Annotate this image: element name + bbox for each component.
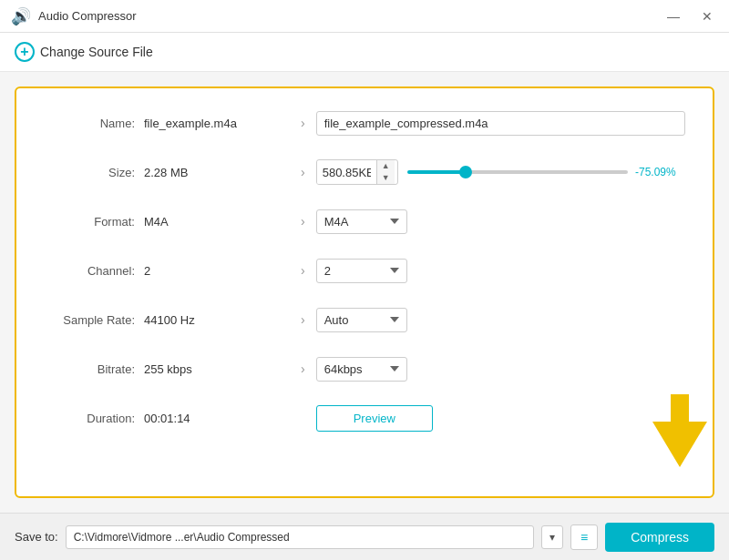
spinbox-down-arrow[interactable]: ▼ <box>377 172 395 184</box>
bitrate-arrow-icon: › <box>301 361 305 376</box>
name-arrow-icon: › <box>301 116 305 130</box>
preview-button[interactable]: Preview <box>316 405 433 432</box>
app-icon: 🔊 <box>11 6 31 26</box>
footer: Save to: ▾ ≡ Compress <box>0 513 729 560</box>
format-select[interactable]: M4A MP3 AAC WAV OGG <box>316 209 407 234</box>
bitrate-label: Bitrate: <box>44 362 144 376</box>
size-control-area: ▲ ▼ -75.09% <box>316 159 685 185</box>
duration-label: Duration: <box>44 412 144 425</box>
channel-select[interactable]: 2 1 <box>316 259 407 283</box>
sample-rate-select[interactable]: Auto 44100 Hz 22050 Hz 16000 Hz <box>316 308 407 332</box>
channel-control-area: 2 1 <box>316 259 685 283</box>
window-controls: — ✕ <box>662 7 718 25</box>
name-control-area <box>316 111 685 136</box>
channel-value: 2 <box>144 264 290 278</box>
format-arrow-icon: › <box>301 214 305 229</box>
size-arrow-icon: › <box>301 165 305 179</box>
duration-value: 00:01:14 <box>144 412 290 425</box>
bitrate-row: Bitrate: 255 kbps › 64kbps 128kbps 192kb… <box>44 352 685 385</box>
format-value: M4A <box>144 215 290 229</box>
app-title: Audio Compressor <box>38 9 137 23</box>
sample-rate-label: Sample Rate: <box>44 313 144 327</box>
open-folder-button[interactable]: ≡ <box>570 524 598 550</box>
compress-button[interactable]: Compress <box>605 523 714 552</box>
format-row: Format: M4A › M4A MP3 AAC WAV OGG <box>44 205 685 238</box>
sample-rate-arrow-icon: › <box>301 312 305 327</box>
title-bar-left: 🔊 Audio Compressor <box>11 6 137 26</box>
duration-control-area: Preview <box>316 405 685 432</box>
size-percent-label: -75.09% <box>635 166 685 178</box>
save-to-label: Save to: <box>15 530 58 544</box>
toolbar: + Change Source File <box>0 33 729 72</box>
spinbox-up-arrow[interactable]: ▲ <box>377 160 395 172</box>
change-source-label: Change Source File <box>40 45 153 59</box>
bitrate-value: 255 kbps <box>144 362 290 376</box>
size-slider-container: -75.09% <box>407 166 685 178</box>
main-content: Name: file_example.m4a › Size: 2.28 MB ›… <box>0 72 729 513</box>
change-source-button[interactable]: + Change Source File <box>15 42 153 62</box>
channel-arrow-icon: › <box>301 263 305 278</box>
close-button[interactable]: ✕ <box>696 7 718 25</box>
name-label: Name: <box>44 117 144 130</box>
spinbox-arrows: ▲ ▼ <box>376 160 395 184</box>
sample-rate-control-area: Auto 44100 Hz 22050 Hz 16000 Hz <box>316 308 685 332</box>
size-row: Size: 2.28 MB › ▲ ▼ -75.09% <box>44 156 685 188</box>
size-spinbox[interactable]: ▲ ▼ <box>316 159 398 185</box>
path-dropdown-button[interactable]: ▾ <box>541 525 563 549</box>
size-slider[interactable] <box>407 170 628 174</box>
save-path-input[interactable] <box>66 525 534 549</box>
sample-rate-row: Sample Rate: 44100 Hz › Auto 44100 Hz 22… <box>44 303 685 336</box>
minimize-button[interactable]: — <box>662 7 685 25</box>
add-icon: + <box>15 42 35 62</box>
format-control-area: M4A MP3 AAC WAV OGG <box>316 209 685 234</box>
format-label: Format: <box>44 215 144 229</box>
size-spinbox-input[interactable] <box>317 161 376 184</box>
name-value: file_example.m4a <box>144 117 290 130</box>
name-output-input[interactable] <box>316 111 685 136</box>
bitrate-control-area: 64kbps 128kbps 192kbps 256kbps <box>316 357 685 382</box>
size-label: Size: <box>44 166 144 179</box>
duration-row: Duration: 00:01:14 › Preview <box>44 402 685 434</box>
sample-rate-value: 44100 Hz <box>144 313 290 327</box>
size-value: 2.28 MB <box>144 166 290 179</box>
name-row: Name: file_example.m4a › <box>44 107 685 139</box>
channel-label: Channel: <box>44 264 144 278</box>
settings-card: Name: file_example.m4a › Size: 2.28 MB ›… <box>15 87 714 498</box>
title-bar: 🔊 Audio Compressor — ✕ <box>0 0 729 33</box>
channel-row: Channel: 2 › 2 1 <box>44 254 685 287</box>
bitrate-select[interactable]: 64kbps 128kbps 192kbps 256kbps <box>316 357 407 382</box>
